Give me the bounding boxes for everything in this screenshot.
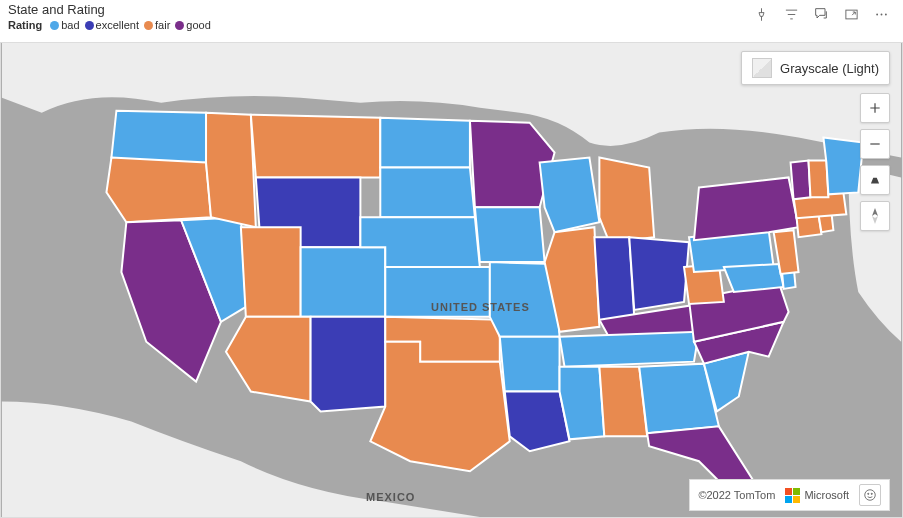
state-vermont[interactable]	[791, 161, 811, 200]
dot-icon	[85, 21, 94, 30]
svg-point-5	[865, 490, 876, 501]
visual-header: State and Rating Rating bad excellent fa…	[0, 0, 903, 42]
header-toolbar	[753, 0, 895, 22]
legend-text: bad	[61, 19, 79, 31]
legend-text: fair	[155, 19, 170, 31]
state-oregon[interactable]	[106, 158, 211, 223]
svg-point-1	[876, 13, 878, 15]
map-attribution: ©2022 TomTom Microsoft	[689, 479, 890, 511]
svg-point-6	[868, 493, 869, 494]
microsoft-credit: Microsoft	[785, 488, 849, 503]
state-ohio[interactable]	[629, 237, 689, 310]
svg-point-2	[880, 13, 882, 15]
pin-icon[interactable]	[753, 6, 769, 22]
state-michigan[interactable]	[599, 158, 654, 243]
state-new-mexico[interactable]	[311, 317, 386, 412]
microsoft-logo-icon	[785, 488, 800, 503]
state-montana[interactable]	[251, 115, 380, 178]
legend-text: good	[186, 19, 210, 31]
tomtom-credit: ©2022 TomTom	[698, 489, 775, 501]
legend-item-good[interactable]: good	[175, 19, 210, 31]
state-colorado[interactable]	[301, 247, 386, 317]
zoom-in-button[interactable]	[860, 93, 890, 123]
state-utah[interactable]	[241, 227, 301, 317]
filter-icon[interactable]	[783, 6, 799, 22]
legend-item-fair[interactable]: fair	[144, 19, 170, 31]
legend-text: excellent	[96, 19, 139, 31]
state-idaho[interactable]	[206, 113, 256, 228]
map-svg	[1, 43, 902, 517]
legend-item-bad[interactable]: bad	[50, 19, 79, 31]
state-maine[interactable]	[823, 138, 863, 195]
state-arkansas[interactable]	[500, 337, 560, 392]
basemap-selector[interactable]: Grayscale (Light)	[741, 51, 890, 85]
legend-field-label: Rating	[8, 19, 42, 31]
focus-mode-icon[interactable]	[843, 6, 859, 22]
dot-icon	[144, 21, 153, 30]
state-south-dakota[interactable]	[380, 167, 475, 217]
pitch-button[interactable]	[860, 165, 890, 195]
feedback-button[interactable]	[859, 484, 881, 506]
more-options-icon[interactable]	[873, 6, 889, 22]
legend: Rating bad excellent fair good	[8, 19, 214, 31]
state-new-hampshire[interactable]	[808, 161, 828, 198]
dot-icon	[175, 21, 184, 30]
svg-point-7	[871, 493, 872, 494]
comment-icon[interactable]	[813, 6, 829, 22]
state-mississippi[interactable]	[560, 367, 605, 440]
compass-button[interactable]	[860, 201, 890, 231]
state-tennessee[interactable]	[560, 332, 699, 367]
svg-point-3	[884, 13, 886, 15]
map-canvas[interactable]: UNITED STATES MEXICO Grayscale (Light) ©…	[0, 42, 903, 518]
header-left: State and Rating Rating bad excellent fa…	[8, 0, 214, 31]
microsoft-text: Microsoft	[804, 489, 849, 501]
legend-item-excellent[interactable]: excellent	[85, 19, 139, 31]
state-indiana[interactable]	[594, 237, 634, 322]
zoom-out-button[interactable]	[860, 129, 890, 159]
state-iowa[interactable]	[475, 207, 545, 262]
dot-icon	[50, 21, 59, 30]
state-maryland[interactable]	[724, 264, 784, 292]
state-north-dakota[interactable]	[380, 118, 470, 168]
map-controls	[860, 93, 890, 231]
state-texas[interactable]	[370, 342, 509, 471]
state-kansas[interactable]	[385, 267, 490, 317]
visual-title: State and Rating	[8, 2, 214, 17]
basemap-swatch-icon	[752, 58, 772, 78]
basemap-label: Grayscale (Light)	[780, 61, 879, 76]
